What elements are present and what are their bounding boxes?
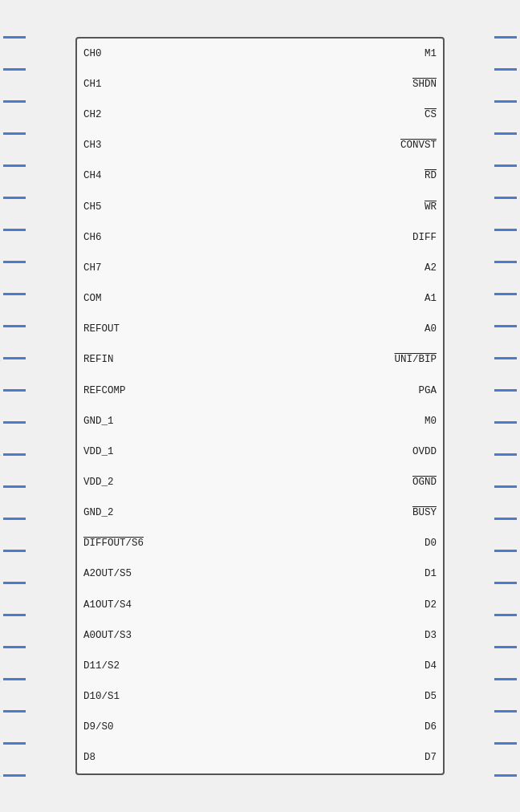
- ic-left-pin-label: A0OUT/S3: [83, 621, 132, 650]
- pin-line: [494, 132, 517, 135]
- pin-number: 39: [517, 320, 520, 332]
- pin-line: [494, 357, 517, 359]
- left-pin-row: 18: [0, 568, 26, 597]
- ic-left-pin-label: CH0: [83, 39, 102, 68]
- pin-line: [3, 293, 26, 295]
- ic-right-pin-label: D7: [425, 744, 437, 773]
- pin-number: 43: [517, 192, 520, 204]
- ic-left-pin-label: GND_1: [83, 407, 114, 436]
- ic-right-pin-label: SHDN: [412, 70, 437, 99]
- ic-left-pin-label: A1OUT/S4: [83, 591, 132, 619]
- ic-right-pin-label: OGND: [412, 468, 437, 497]
- left-pin-row: 10: [0, 311, 26, 340]
- left-pin-row: 7: [0, 215, 26, 244]
- right-pin-row: 35: [494, 440, 520, 469]
- pin-line: [494, 582, 517, 584]
- ic-left-pin-label: REFCOMP: [83, 376, 126, 405]
- pin-line: [494, 68, 517, 71]
- ic-right-pin-label: M0: [425, 407, 437, 436]
- pin-line: [494, 678, 517, 680]
- right-pin-row: 46: [494, 87, 520, 116]
- left-pin-row: 20: [0, 632, 26, 661]
- right-pin-row: 32: [494, 536, 520, 565]
- pin-line: [3, 389, 26, 392]
- right-pin-row: 41: [494, 247, 520, 276]
- left-pin-row: 13: [0, 408, 26, 436]
- ic-right-pin-label: D4: [425, 652, 437, 680]
- pin-line: [3, 550, 26, 552]
- pin-line: [494, 774, 517, 777]
- ic-left-pin-label: REFIN: [83, 346, 114, 375]
- pin-line: [494, 614, 517, 616]
- pin-line: [494, 164, 517, 167]
- ic-left-pin-label: CH7: [83, 254, 102, 282]
- pin-line: [3, 261, 26, 263]
- ic-right-pin-label: CONVST: [400, 132, 437, 160]
- pin-line: [494, 261, 517, 263]
- right-pin-row: 42: [494, 215, 520, 244]
- pin-line: [494, 325, 517, 327]
- pin-number: 46: [517, 95, 520, 108]
- ic-left-pin-label: CH5: [83, 193, 102, 221]
- left-pin-row: 5: [0, 151, 26, 180]
- pin-number: 32: [517, 545, 520, 557]
- ic-left-pin-label: CH6: [83, 223, 102, 252]
- pin-line: [3, 742, 26, 745]
- pin-number: 29: [517, 641, 520, 653]
- ic-left-pin-label: VDD_1: [83, 437, 114, 466]
- ic-left-pin-label: CH3: [83, 132, 102, 160]
- ic-left-pin-label: CH4: [83, 162, 102, 191]
- pins-left: 123456789101112131415161718192021222324: [0, 21, 26, 791]
- left-pin-row: 9: [0, 279, 26, 308]
- ic-left-pin-label: D9/S0: [83, 713, 114, 742]
- ic-left-labels: CH0CH1CH2CH3CH4CH5CH6CH7COMREFOUTREFINRE…: [77, 39, 260, 773]
- pin-number: 41: [517, 256, 520, 268]
- ic-right-pin-label: RD: [425, 162, 437, 191]
- right-pin-row: 34: [494, 472, 520, 501]
- left-pin-row: 6: [0, 183, 26, 212]
- right-pin-row: 43: [494, 183, 520, 212]
- pin-number: 45: [517, 128, 520, 140]
- left-pin-row: 21: [0, 664, 26, 693]
- pin-line: [494, 293, 517, 295]
- left-pin-row: 24: [0, 761, 26, 790]
- pin-line: [3, 646, 26, 648]
- ic-left-pin-label: D11/S2: [83, 652, 120, 680]
- pin-line: [494, 710, 517, 713]
- right-pin-row: 45: [494, 119, 520, 148]
- pin-number: 31: [517, 577, 520, 589]
- ic-right-pin-label: BUSY: [412, 498, 437, 527]
- right-pin-row: 28: [494, 664, 520, 693]
- ic-body: CH0CH1CH2CH3CH4CH5CH6CH7COMREFOUTREFINRE…: [75, 37, 445, 775]
- right-pin-row: 31: [494, 568, 520, 597]
- pins-right: 4847464544434241403938373635343332313029…: [494, 21, 520, 791]
- ic-right-labels: M1SHDNCSCONVSTRDWRDIFFA2A1A0UNI/BIPPGAM0…: [260, 39, 443, 773]
- ic-component: CH0CH1CH2CH3CH4CH5CH6CH7COMREFOUTREFINRE…: [27, 21, 493, 791]
- pin-line: [3, 421, 26, 424]
- pin-number: 33: [517, 513, 520, 525]
- ic-left-pin-label: D8: [83, 744, 95, 773]
- left-pin-row: 23: [0, 729, 26, 757]
- ic-right-pin-label: D6: [425, 713, 437, 742]
- ic-right-pin-label: M1: [425, 39, 437, 68]
- pin-line: [3, 518, 26, 520]
- left-pin-row: 4: [0, 119, 26, 148]
- pin-line: [494, 421, 517, 424]
- pin-line: [3, 68, 26, 71]
- ic-left-pin-label: COM: [83, 284, 102, 313]
- ic-right-pin-label: OVDD: [412, 437, 437, 466]
- ic-right-pin-label: UNI/BIP: [394, 346, 437, 375]
- pin-number: 34: [517, 481, 520, 493]
- ic-right-pin-label: A0: [425, 315, 437, 343]
- left-pin-row: 1: [0, 22, 26, 51]
- right-pin-row: 44: [494, 151, 520, 180]
- pin-line: [494, 229, 517, 231]
- ic-labels: CH0CH1CH2CH3CH4CH5CH6CH7COMREFOUTREFINRE…: [77, 39, 443, 773]
- right-pin-row: 36: [494, 408, 520, 436]
- pin-line: [494, 646, 517, 648]
- pin-line: [3, 678, 26, 680]
- right-pin-row: 47: [494, 55, 520, 83]
- ic-left-pin-label: A2OUT/S5: [83, 560, 132, 589]
- ic-right-pin-label: D2: [425, 591, 437, 619]
- left-pin-row: 8: [0, 247, 26, 276]
